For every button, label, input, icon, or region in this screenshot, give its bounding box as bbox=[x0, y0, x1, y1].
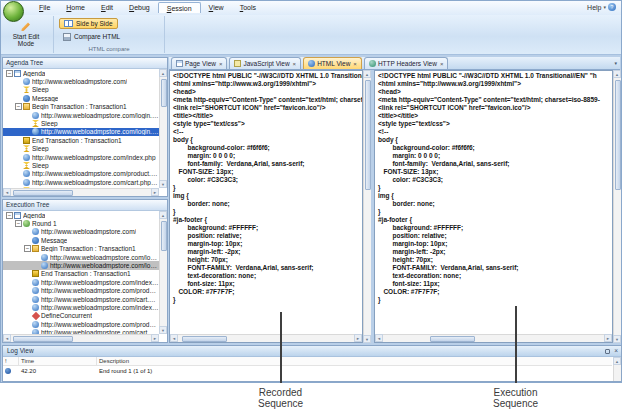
tree-item[interactable]: − http://www.webloadmpstore.com/login.ph… bbox=[3, 111, 159, 119]
tree-item[interactable]: − Sleep bbox=[3, 119, 159, 127]
side-by-side-button[interactable]: Side by Side bbox=[59, 18, 118, 29]
scroll-down-icon[interactable]: ▼ bbox=[363, 335, 371, 343]
close-icon[interactable]: × bbox=[440, 61, 444, 67]
tree-item[interactable]: − http://www.webloadmpstore.com/login.ph… bbox=[3, 128, 159, 136]
log-view-vertical-scrollbar[interactable]: ▲ bbox=[613, 357, 621, 381]
tree-item[interactable]: − http://www.webloadmpstore.com/index.ph… bbox=[3, 278, 159, 286]
collapse-icon[interactable]: − bbox=[15, 103, 22, 110]
tree-item[interactable]: − Agenda bbox=[3, 69, 159, 77]
tree-item[interactable]: − Agenda bbox=[3, 211, 159, 219]
tree-item[interactable]: − Sleep bbox=[3, 145, 159, 153]
menu-tab[interactable]: File bbox=[31, 2, 58, 13]
tree-item[interactable]: − Sleep bbox=[3, 86, 159, 94]
menu-tab[interactable]: Tools bbox=[232, 2, 264, 13]
tree-item[interactable]: − http://www.webloadmpstore.com/cart.php bbox=[3, 295, 159, 303]
document-tab[interactable]: HTTP Headers View × bbox=[364, 57, 449, 69]
scroll-right-icon[interactable]: ► bbox=[151, 188, 159, 196]
tree-item[interactable]: − http://www.webloadmpstore.com/product.… bbox=[3, 287, 159, 295]
scrollbar-thumb[interactable] bbox=[615, 80, 621, 190]
collapse-icon[interactable]: − bbox=[6, 70, 13, 77]
scroll-up-icon[interactable]: ▲ bbox=[613, 70, 621, 78]
scroll-left-icon[interactable]: ◄ bbox=[3, 188, 11, 196]
scrollbar-thumb[interactable] bbox=[161, 221, 167, 251]
tree-item[interactable]: − http://www.webloadmpstore.com/login.p.… bbox=[3, 261, 159, 269]
close-icon[interactable]: × bbox=[614, 348, 618, 354]
tree-item[interactable]: − Begin Transaction : Transaction1 bbox=[3, 103, 159, 111]
description-column-header[interactable]: Description bbox=[97, 357, 612, 365]
execution-sequence-label: Execution Sequence bbox=[468, 387, 563, 409]
agenda-tree-horizontal-scrollbar[interactable]: ◄ ► bbox=[3, 188, 159, 196]
scrollbar-thumb[interactable] bbox=[182, 336, 227, 342]
compare-html-button[interactable]: Compare HTML bbox=[59, 31, 124, 42]
tree-item[interactable]: − http://www.webloadmpstore.com/cart.php… bbox=[3, 178, 159, 186]
tree-item[interactable]: − Begin Transaction : Transaction1 bbox=[3, 245, 159, 253]
tree-item[interactable]: − http://www.webloadmpstore.com/ bbox=[3, 77, 159, 85]
recorded-pane-vertical-scrollbar[interactable]: ▲ ▼ bbox=[363, 70, 371, 343]
document-tab[interactable]: JavaScript View × bbox=[229, 57, 301, 69]
collapse-icon[interactable]: − bbox=[6, 212, 13, 219]
url-icon bbox=[41, 254, 48, 261]
menu-tab[interactable]: Edit bbox=[93, 2, 121, 13]
tree-item[interactable]: − End Transaction : Transaction1 bbox=[3, 136, 159, 144]
scroll-down-icon[interactable]: ▼ bbox=[159, 180, 167, 188]
collapse-icon[interactable]: − bbox=[15, 220, 22, 227]
start-edit-mode-button[interactable]: Start Edit Mode bbox=[4, 17, 48, 51]
execution-tree-vertical-scrollbar[interactable]: ▲ ▼ bbox=[159, 211, 167, 334]
scroll-right-icon[interactable]: ► bbox=[151, 334, 159, 342]
tree-item[interactable]: − http://www.webloadmpstore.com/product.… bbox=[3, 170, 159, 178]
execution-tree-horizontal-scrollbar[interactable]: ◄ ► bbox=[3, 334, 159, 342]
time-column-header[interactable]: Time bbox=[19, 357, 97, 365]
agenda-tree-vertical-scrollbar[interactable]: ▲ ▼ bbox=[159, 69, 167, 188]
scroll-left-icon[interactable]: ◄ bbox=[375, 334, 383, 342]
tree-item[interactable]: − Sleep bbox=[3, 161, 159, 169]
code-line: COLOR: #7F7F7F; bbox=[173, 288, 362, 296]
execution-pane-vertical-scrollbar[interactable]: ▲ ▼ bbox=[613, 70, 621, 343]
execution-pane-horizontal-scrollbar[interactable]: ◄ ► bbox=[375, 334, 612, 342]
pin-icon[interactable] bbox=[605, 349, 610, 354]
application-orb-icon[interactable] bbox=[3, 1, 24, 22]
tab-overflow-icon[interactable]: ▾ bbox=[614, 60, 617, 66]
scrollbar-thumb[interactable] bbox=[430, 336, 475, 342]
document-tab[interactable]: Page View × bbox=[171, 57, 227, 69]
scroll-left-icon[interactable]: ◄ bbox=[3, 334, 11, 342]
tree-item[interactable]: − http://www.webloadmpstore.com/login.p.… bbox=[3, 253, 159, 261]
menu-tab[interactable]: Home bbox=[58, 2, 93, 13]
menu-tab[interactable]: Debug bbox=[121, 2, 158, 13]
scroll-right-icon[interactable]: ► bbox=[604, 334, 612, 342]
collapse-icon[interactable]: − bbox=[24, 245, 31, 252]
severity-column-header[interactable]: ! bbox=[3, 357, 19, 365]
code-line: <!DOCTYPE html PUBLIC "-//W3C//DTD XHTML… bbox=[173, 72, 362, 80]
tree-item[interactable]: − Round 1 bbox=[3, 219, 159, 227]
tree-item[interactable]: − http://www.webloadmpstore.com/product.… bbox=[3, 320, 159, 328]
tree-item[interactable]: − http://www.webloadmpstore.com/index.ph… bbox=[3, 303, 159, 311]
scrollbar-thumb[interactable] bbox=[365, 80, 371, 190]
execution-html-pane: <!DOCTYPE html PUBLIC "-//W3C//DTD XHTML… bbox=[374, 70, 613, 343]
tree-item[interactable]: − End Transaction : Transaction1 bbox=[3, 270, 159, 278]
scroll-down-icon[interactable]: ▼ bbox=[159, 326, 167, 334]
tree-item[interactable]: − Message bbox=[3, 236, 159, 244]
recorded-pane-horizontal-scrollbar[interactable]: ◄ ► bbox=[170, 334, 362, 342]
tree-item[interactable]: − Message bbox=[3, 94, 159, 102]
scroll-down-icon[interactable]: ▼ bbox=[613, 335, 621, 343]
menu-tab[interactable]: View bbox=[201, 2, 232, 13]
scroll-left-icon[interactable]: ◄ bbox=[170, 334, 178, 342]
log-row[interactable]: 42.20 End round 1 (1 of 1) bbox=[3, 366, 612, 375]
scroll-up-icon[interactable]: ▲ bbox=[363, 70, 371, 78]
recorded-sequence-label: Recorded Sequence bbox=[233, 387, 328, 409]
scrollbar-thumb[interactable] bbox=[13, 190, 73, 196]
scroll-up-icon[interactable]: ▲ bbox=[613, 357, 621, 365]
document-tab[interactable]: HTML View × bbox=[303, 57, 362, 69]
close-icon[interactable]: × bbox=[293, 61, 297, 67]
tree-item[interactable]: − http://www.webloadmpstore.com/index.ph… bbox=[3, 153, 159, 161]
tree-item[interactable]: − http://www.webloadmpstore.com/ bbox=[3, 228, 159, 236]
scroll-up-icon[interactable]: ▲ bbox=[159, 211, 167, 219]
menu-tab[interactable]: Session bbox=[158, 2, 201, 13]
close-icon[interactable]: × bbox=[353, 61, 357, 67]
scrollbar-thumb[interactable] bbox=[161, 79, 167, 107]
close-icon[interactable]: × bbox=[219, 61, 223, 67]
scroll-right-icon[interactable]: ► bbox=[354, 334, 362, 342]
tree-item[interactable]: − DefineConcurrent bbox=[3, 312, 159, 320]
scrollbar-thumb[interactable] bbox=[13, 336, 73, 342]
scroll-up-icon[interactable]: ▲ bbox=[159, 69, 167, 77]
help-menu[interactable]: Help ▾ ? bbox=[587, 3, 616, 11]
